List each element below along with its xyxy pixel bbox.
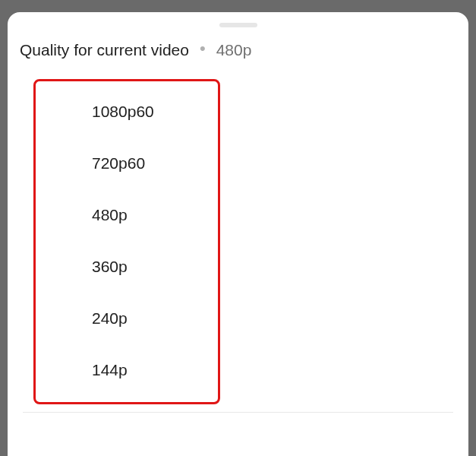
quality-option-240p[interactable]: 240p	[36, 293, 218, 344]
current-quality-value: 480p	[216, 41, 252, 59]
quality-options-highlight-box: 1080p60 720p60 480p 360p 240p 144p	[33, 79, 220, 404]
separator-dot: •	[200, 40, 206, 57]
quality-option-144p[interactable]: 144p	[36, 344, 218, 396]
divider	[23, 412, 453, 413]
quality-option-360p[interactable]: 360p	[36, 241, 218, 293]
quality-bottom-sheet: Quality for current video • 480p 1080p60…	[8, 12, 468, 456]
sheet-header: Quality for current video • 480p	[8, 41, 468, 59]
quality-option-480p[interactable]: 480p	[36, 189, 218, 241]
quality-option-1080p60[interactable]: 1080p60	[36, 86, 218, 138]
drag-handle[interactable]	[219, 23, 257, 27]
sheet-title: Quality for current video	[20, 41, 189, 59]
quality-option-720p60[interactable]: 720p60	[36, 138, 218, 189]
